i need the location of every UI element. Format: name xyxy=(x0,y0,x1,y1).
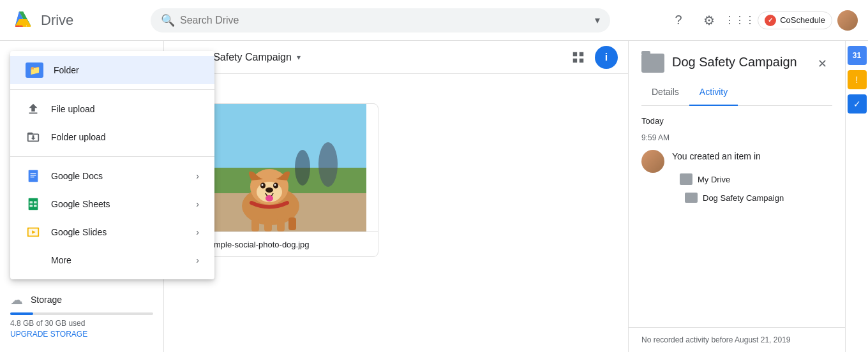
docs-chevron-icon: › xyxy=(196,171,199,181)
avatar-image xyxy=(837,10,858,31)
activity-folder-label: Dog Safety Campaign xyxy=(703,193,784,203)
sheets-chevron-icon: › xyxy=(196,199,199,209)
dropdown-folder-upload-item[interactable]: Folder upload xyxy=(10,123,214,151)
view-actions: i xyxy=(567,46,618,69)
header: Drive 🔍 ▾ ? ⚙ ⋮⋮⋮ ✓ CoSchedule xyxy=(0,0,868,41)
activity-date: Today xyxy=(641,116,832,126)
svg-rect-6 xyxy=(30,177,34,177)
file-list: Name ↑ xyxy=(164,74,628,352)
coschedule-badge[interactable]: ✓ CoSchedule xyxy=(758,11,832,29)
activity-details: You created an item in My Drive Dog Safe… xyxy=(672,150,784,205)
svg-rect-3 xyxy=(29,170,38,182)
svg-rect-11 xyxy=(34,205,37,207)
activity-drive-label: My Drive xyxy=(698,175,730,184)
activity-folder-ref: Dog Safety Campaign xyxy=(672,190,784,205)
svg-rect-8 xyxy=(30,201,33,203)
dropdown-file-upload-item[interactable]: File upload xyxy=(10,95,214,123)
search-icon: 🔍 xyxy=(161,13,175,27)
file-upload-label: File upload xyxy=(51,104,95,114)
more-label: More xyxy=(51,255,71,265)
tasks-icon-button[interactable]: ! xyxy=(848,70,867,89)
right-panel: Dog Safety Campaign ✕ Details Activity T… xyxy=(628,41,845,352)
svg-rect-7 xyxy=(29,198,38,210)
dropdown-more-item[interactable]: More › xyxy=(10,246,214,274)
svg-rect-10 xyxy=(30,205,33,207)
file-name: example-social-photo-dog.jpg xyxy=(200,240,310,249)
activity-drive-ref: My Drive xyxy=(672,168,784,190)
svg-point-27 xyxy=(262,184,264,186)
info-icon: i xyxy=(605,52,608,63)
panel-content: Today 9:59 AM You created an item in My … xyxy=(629,106,845,327)
svg-rect-9 xyxy=(34,201,37,203)
google-sheets-icon xyxy=(26,196,41,212)
content-area: ... › Dog Safety Campaign ▾ i Name ↑ xyxy=(163,41,628,352)
panel-title: Dog Safety Campaign xyxy=(672,54,812,70)
apps-button[interactable]: ⋮⋮⋮ xyxy=(727,8,752,33)
search-input[interactable] xyxy=(180,15,590,26)
view-grid-button[interactable] xyxy=(567,46,590,69)
storage-bar-fill xyxy=(10,312,33,315)
panel-close-button[interactable]: ✕ xyxy=(812,54,832,74)
coschedule-logo-icon: ✓ xyxy=(765,15,776,26)
help-button[interactable]: ? xyxy=(666,8,691,33)
svg-point-18 xyxy=(318,142,338,187)
folder-upload-label: Folder upload xyxy=(51,132,106,142)
svg-rect-5 xyxy=(30,175,36,175)
storage-bar-container xyxy=(10,312,153,315)
calendar-icon-button[interactable]: 31 xyxy=(848,46,867,65)
activity-item: You created an item in My Drive Dog Safe… xyxy=(641,150,832,205)
activity-description: You created an item in xyxy=(672,150,784,163)
breadcrumb-dropdown-icon[interactable]: ▾ xyxy=(297,53,301,62)
settings-button[interactable]: ⚙ xyxy=(696,8,722,33)
svg-point-28 xyxy=(274,184,276,186)
activity-time: 9:59 AM xyxy=(641,133,832,142)
checkmark-icon-button[interactable]: ✓ xyxy=(848,94,867,114)
new-dropdown-menu: 📁 Folder File upload Folder upload xyxy=(10,51,214,279)
search-dropdown-icon[interactable]: ▾ xyxy=(595,14,600,26)
dropdown-folder-item[interactable]: 📁 Folder xyxy=(10,56,214,84)
tab-activity[interactable]: Activity xyxy=(689,79,738,106)
activity-folder-icon xyxy=(685,193,698,203)
slides-chevron-icon: › xyxy=(196,227,199,237)
dropdown-folder-label: Folder xyxy=(54,65,79,75)
svg-point-23 xyxy=(266,187,273,193)
user-avatar[interactable] xyxy=(837,10,858,31)
svg-rect-29 xyxy=(251,219,259,231)
header-actions: ? ⚙ ⋮⋮⋮ ✓ CoSchedule xyxy=(666,8,858,33)
panel-folder-icon xyxy=(641,54,664,73)
search-bar[interactable]: 🔍 ▾ xyxy=(151,8,610,33)
svg-point-24 xyxy=(266,195,273,202)
svg-rect-32 xyxy=(288,217,296,230)
content-header: ... › Dog Safety Campaign ▾ i xyxy=(164,41,628,74)
dropdown-divider-1 xyxy=(10,89,214,90)
drive-logo-icon xyxy=(10,8,36,33)
dropdown-slides-item[interactable]: Google Slides › xyxy=(10,218,214,246)
storage-row: ☁ Storage xyxy=(10,292,153,307)
panel-tabs: Details Activity xyxy=(641,79,832,106)
dropdown-docs-item[interactable]: Google Docs › xyxy=(10,162,214,190)
tab-details[interactable]: Details xyxy=(641,79,689,106)
storage-used-text: 4.8 GB of 30 GB used xyxy=(10,319,153,328)
google-slides-icon xyxy=(26,224,41,240)
dropdown-sheets-item[interactable]: Google Sheets › xyxy=(10,190,214,218)
google-docs-label: Google Docs xyxy=(51,171,103,181)
cloud-storage-icon: ☁ xyxy=(10,292,23,307)
panel-footer: No recorded activity before August 21, 2… xyxy=(629,327,845,352)
folder-icon: 📁 xyxy=(26,62,43,78)
more-icon xyxy=(26,253,41,268)
svg-rect-30 xyxy=(264,220,272,231)
drive-folder-icon xyxy=(680,173,692,185)
storage-label: Storage xyxy=(31,295,62,305)
file-card-area: example-social-photo-dog.jpg xyxy=(174,103,618,257)
upgrade-storage-link[interactable]: UPGRADE STORAGE xyxy=(10,330,87,339)
google-slides-label: Google Slides xyxy=(51,227,107,237)
sort-row: Name ↑ xyxy=(174,79,618,101)
svg-rect-31 xyxy=(277,219,285,231)
activity-action: created an item in xyxy=(687,151,761,161)
file-upload-icon xyxy=(26,101,41,117)
dropdown-divider-2 xyxy=(10,156,214,157)
view-info-button[interactable]: i xyxy=(595,46,618,69)
logo-area: Drive xyxy=(10,8,151,33)
panel-header: Dog Safety Campaign ✕ xyxy=(629,41,845,79)
google-sheets-label: Google Sheets xyxy=(51,199,110,209)
